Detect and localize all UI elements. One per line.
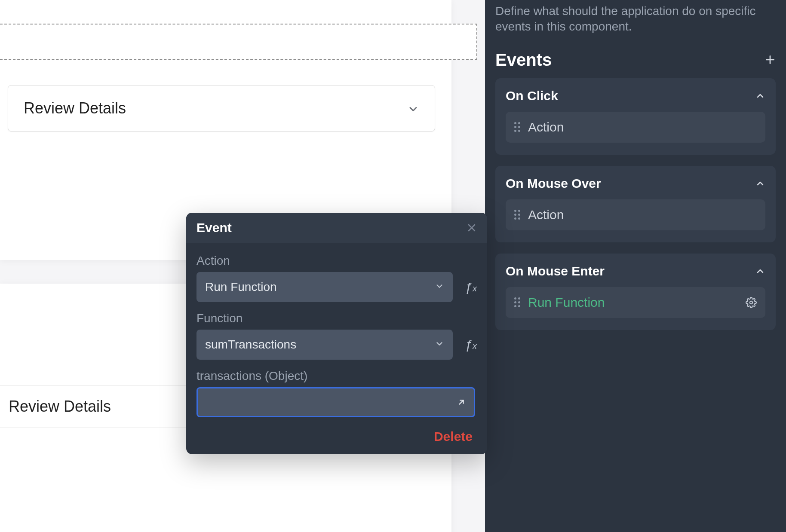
event-action-row[interactable]: Action: [506, 199, 765, 230]
chevron-down-icon: [407, 103, 418, 113]
event-config-popover: Event Action Run Function ƒx Function su…: [186, 213, 487, 454]
event-card-title: On Mouse Enter: [506, 264, 605, 278]
drag-handle-icon[interactable]: [514, 210, 520, 220]
delete-button[interactable]: Delete: [434, 429, 473, 444]
function-select-value: sumTransactions: [205, 338, 296, 352]
review-details-row-title: Review Details: [9, 397, 111, 416]
chevron-down-icon: [435, 338, 444, 352]
canvas-dropzone[interactable]: [0, 24, 477, 60]
expand-icon[interactable]: [457, 397, 466, 407]
event-card-header[interactable]: On Mouse Over: [506, 176, 765, 191]
event-card-title: On Click: [506, 89, 558, 103]
drag-handle-icon[interactable]: [514, 122, 520, 132]
gear-icon[interactable]: [746, 297, 757, 308]
event-action-row[interactable]: Run Function: [506, 287, 765, 318]
event-action-row[interactable]: Action: [506, 112, 765, 143]
event-card-header[interactable]: On Click: [506, 89, 765, 103]
chevron-up-icon: [755, 266, 765, 276]
event-card-onmouseenter: On Mouse Enter Run Function: [495, 254, 776, 330]
popover-title: Event: [196, 220, 232, 235]
drag-handle-icon[interactable]: [514, 297, 520, 307]
svg-point-2: [750, 301, 753, 304]
event-card-header[interactable]: On Mouse Enter: [506, 264, 765, 278]
chevron-down-icon: [435, 280, 444, 294]
function-field-label: Function: [196, 312, 477, 325]
popover-header: Event: [186, 213, 487, 243]
function-select[interactable]: sumTransactions: [196, 330, 453, 360]
action-select[interactable]: Run Function: [196, 272, 453, 302]
fx-icon[interactable]: ƒx: [465, 280, 477, 294]
events-description: Define what should the application do on…: [495, 0, 776, 45]
event-card-title: On Mouse Over: [506, 176, 601, 191]
event-action-label: Action: [528, 120, 564, 135]
event-card-onmouseover: On Mouse Over Action: [495, 166, 776, 242]
transactions-input[interactable]: [196, 387, 475, 417]
review-details-card[interactable]: Review Details: [8, 85, 435, 131]
popover-body: Action Run Function ƒx Function sumTrans…: [186, 243, 487, 454]
action-select-value: Run Function: [205, 280, 277, 294]
events-section-header: Events: [495, 45, 776, 78]
plus-icon[interactable]: [765, 54, 776, 65]
events-section-title: Events: [495, 50, 552, 70]
review-details-card-title: Review Details: [24, 99, 126, 117]
svg-line-5: [459, 400, 463, 404]
chevron-up-icon: [755, 178, 765, 189]
event-card-onclick: On Click Action: [495, 78, 776, 155]
action-field-label: Action: [196, 254, 477, 268]
properties-sidebar: Define what should the application do on…: [485, 0, 786, 532]
close-icon[interactable]: [467, 223, 477, 233]
param-field-label: transactions (Object): [196, 369, 477, 383]
event-action-label: Action: [528, 208, 564, 222]
event-action-label: Run Function: [528, 295, 605, 310]
chevron-up-icon: [755, 91, 765, 101]
fx-icon[interactable]: ƒx: [465, 337, 477, 352]
